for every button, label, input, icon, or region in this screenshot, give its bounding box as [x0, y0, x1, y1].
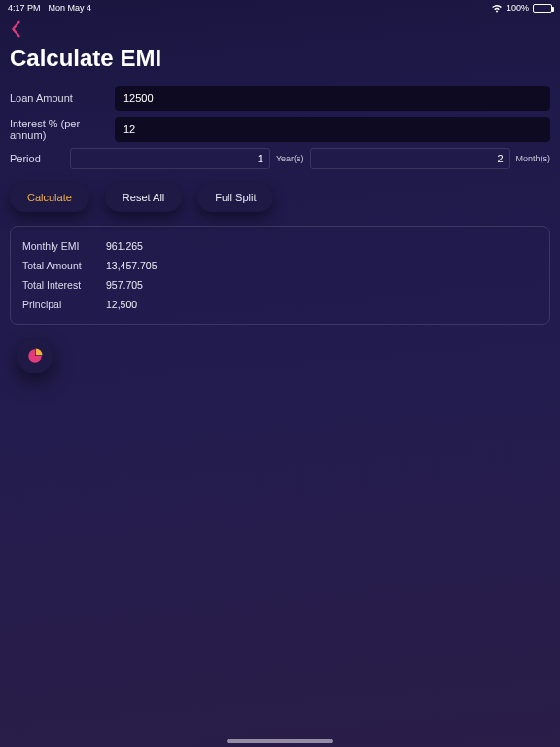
results-card: Monthly EMI 961.265 Total Amount 13,457.… [10, 226, 550, 325]
total-interest-value: 957.705 [106, 279, 143, 291]
monthly-emi-value: 961.265 [106, 240, 143, 252]
total-amount-label: Total Amount [22, 260, 94, 271]
interest-input[interactable] [115, 117, 550, 142]
reset-all-button[interactable]: Reset All [105, 183, 182, 212]
interest-label: Interest % (per annum) [10, 118, 107, 141]
total-amount-value: 13,457.705 [106, 260, 158, 271]
period-years-input[interactable] [70, 148, 270, 169]
principal-value: 12,500 [106, 299, 137, 310]
wifi-icon [491, 4, 503, 13]
period-years-unit: Year(s) [276, 154, 304, 163]
loan-amount-input[interactable] [115, 86, 550, 111]
period-label: Period [10, 153, 64, 164]
status-date: Mon May 4 [49, 3, 92, 13]
calculate-button[interactable]: Calculate [10, 183, 89, 212]
loan-amount-label: Loan Amount [10, 92, 107, 104]
back-button[interactable] [6, 19, 25, 39]
page-title: Calculate EMI [10, 45, 560, 72]
full-split-button[interactable]: Full Split [197, 183, 273, 212]
period-months-unit: Month(s) [516, 154, 551, 163]
principal-label: Principal [22, 299, 94, 310]
monthly-emi-label: Monthly EMI [22, 240, 94, 252]
pie-chart-icon [26, 347, 44, 365]
status-time: 4:17 PM [8, 3, 41, 13]
status-battery-pct: 100% [507, 3, 529, 13]
chart-button[interactable] [18, 338, 52, 374]
battery-icon [533, 4, 552, 13]
home-indicator[interactable] [227, 739, 333, 743]
status-bar: 4:17 PM Mon May 4 100% [0, 0, 560, 16]
period-months-input[interactable] [310, 148, 510, 169]
chevron-left-icon [9, 20, 22, 38]
total-interest-label: Total Interest [22, 279, 94, 291]
